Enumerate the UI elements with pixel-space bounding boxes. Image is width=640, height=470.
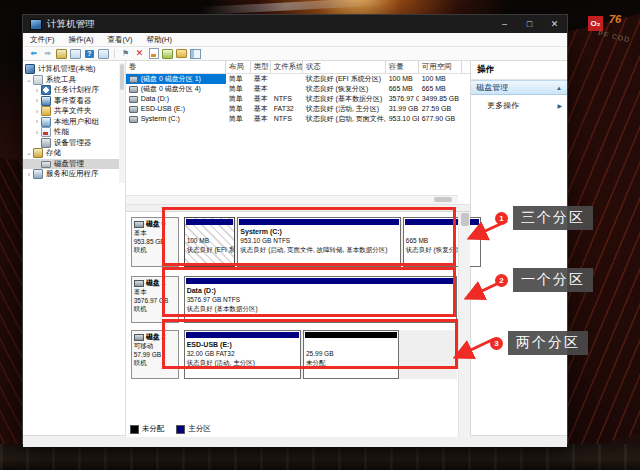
document-icon <box>149 48 159 59</box>
partition-data-d[interactable]: Data (D:) 3576.97 GB NTFS 状态良好 (基本数据分区) <box>184 276 457 323</box>
partition-title <box>185 227 235 236</box>
storage-icon <box>33 148 43 158</box>
partition-efi[interactable]: 100 MB 状态良好 (EFI 系统分区) <box>184 217 236 267</box>
partition-status: 状态良好 (启动, 页面文件, 故障转储, 基本数据分区) <box>238 245 399 254</box>
column-type[interactable]: 类型 <box>251 61 271 73</box>
partition-esd-usb[interactable]: ESD-USB (E:) 32.00 GB FAT32 状态良好 (活动, 主分… <box>184 330 301 379</box>
task-scheduler-icon <box>41 85 51 95</box>
delete-volume-icon[interactable]: ✕ <box>134 49 145 59</box>
table-row[interactable]: Systerm (C:) 简单 基本 NTFS 状态良好 (启动, 页面文件, … <box>126 114 471 124</box>
sidebar-item-label: 磁盘管理 <box>54 159 84 169</box>
table-row[interactable]: (磁盘 0 磁盘分区 1) 简单 基本 状态良好 (EFI 系统分区) 100 … <box>126 74 471 84</box>
close-button[interactable]: ✕ <box>542 15 567 33</box>
graphical-view-pane: 磁盘 0 基本 953.85 GB 联机 100 MB 状态良好 (EFI 系统… <box>126 212 471 437</box>
cell-layout: 简单 <box>226 104 251 114</box>
disk-0-label[interactable]: 磁盘 0 基本 953.85 GB 联机 <box>131 217 179 267</box>
partition-system-c[interactable]: Systerm (C:) 953.10 GB NTFS 状态良好 (启动, 页面… <box>237 217 400 267</box>
disk-type: 基本 <box>134 229 176 238</box>
mark-active-icon[interactable] <box>162 49 173 59</box>
properties-icon[interactable] <box>98 49 109 59</box>
column-free-space[interactable]: 可用空间 <box>419 61 462 73</box>
disk-2-label[interactable]: 磁盘 2 可移动 57.99 GB 联机 <box>131 330 179 379</box>
menu-view[interactable]: 查看(V) <box>101 33 140 46</box>
tree-scrollbar[interactable] <box>119 63 125 183</box>
chevron-right-icon[interactable]: › <box>33 108 41 115</box>
partition-size: 100 MB <box>185 236 235 245</box>
sidebar-item-performance[interactable]: › 性能 <box>23 127 125 138</box>
table-row[interactable]: ESD-USB (E:) 简单 基本 FAT32 状态良好 (活动, 主分区) … <box>126 104 471 114</box>
partition-title <box>304 340 398 349</box>
forward-icon[interactable]: ➡ <box>42 49 53 59</box>
chevron-right-icon[interactable]: › <box>33 87 41 94</box>
menu-action[interactable]: 操作(A) <box>62 33 101 46</box>
partition-unallocated[interactable]: 25.99 GB 未分配 <box>303 330 399 379</box>
collapse-icon[interactable]: ▲ <box>556 85 562 91</box>
sidebar-item-label: 性能 <box>54 127 69 137</box>
chevron-down-icon[interactable]: ⌄ <box>25 149 33 157</box>
partition-size: 3576.97 GB NTFS <box>185 295 456 304</box>
split-panel-icon <box>190 49 201 59</box>
sidebar-item-local-users[interactable]: › 本地用户和组 <box>23 117 125 128</box>
legend-label: 主分区 <box>188 424 211 434</box>
actions-section-disk-management[interactable]: 磁盘管理 ▲ <box>471 80 567 95</box>
table-row[interactable]: Data (D:) 简单 基本 NTFS 状态良好 (基本数据分区) 3576.… <box>126 94 471 104</box>
minimize-button[interactable]: – <box>492 15 517 33</box>
panel-toggle-icon[interactable] <box>190 49 201 59</box>
cell-status: 状态良好 (启动, 页面文件, 故障转储, 基本数据分区) <box>303 114 386 124</box>
disk-1-strip: Data (D:) 3576.97 GB NTFS 状态良好 (基本数据分区) <box>184 276 457 323</box>
chevron-right-icon[interactable]: › <box>25 171 33 178</box>
cell-capacity: 665 MB <box>386 84 419 94</box>
check-document-icon[interactable] <box>148 49 159 59</box>
sidebar-item-task-scheduler[interactable]: › 任务计划程序 <box>23 85 125 96</box>
chevron-right-icon[interactable]: › <box>33 129 41 136</box>
column-filesystem[interactable]: 文件系统 <box>271 61 303 73</box>
help-icon[interactable]: ? <box>84 49 95 59</box>
cell-status: 状态良好 (EFI 系统分区) <box>303 74 386 84</box>
scrollbar-thumb[interactable] <box>120 64 124 90</box>
sidebar-item-storage[interactable]: ⌄ 存储 <box>23 148 125 159</box>
maximize-button[interactable]: □ <box>517 15 542 33</box>
table-row[interactable]: (磁盘 0 磁盘分区 4) 简单 基本 状态良好 (恢复分区) 665 MB 6… <box>126 84 471 94</box>
column-status[interactable]: 状态 <box>303 61 386 73</box>
cell-capacity: 31.99 GB <box>386 104 419 114</box>
partition-size: 953.10 GB NTFS <box>238 236 399 245</box>
partition-title: ESD-USB (E:) <box>185 340 300 349</box>
chevron-right-icon[interactable]: › <box>33 118 41 125</box>
horizontal-scrollbar[interactable] <box>126 195 459 204</box>
chevron-down-icon[interactable]: ⌄ <box>25 76 33 84</box>
sidebar-item-shared-folders[interactable]: › 共享文件夹 <box>23 106 125 117</box>
computer-icon <box>25 64 35 74</box>
console-tree-toggle-icon[interactable] <box>56 49 67 59</box>
cell-free: 100 MB <box>419 74 462 84</box>
disk-management-icon <box>41 161 51 168</box>
scrollbar-thumb[interactable] <box>434 197 452 202</box>
show-window-icon[interactable] <box>70 49 81 59</box>
chevron-right-icon[interactable]: › <box>33 97 41 104</box>
more-actions-item[interactable]: 更多操作 ▶ <box>471 95 567 111</box>
flag-icon[interactable]: ⚑ <box>120 49 131 59</box>
menu-file[interactable]: 文件(F) <box>23 33 62 46</box>
titlebar[interactable]: 计算机管理 – □ ✕ <box>23 15 567 33</box>
scrollbar-thumb[interactable] <box>461 213 469 226</box>
sidebar-item-device-manager[interactable]: 设备管理器 <box>23 138 125 149</box>
volume-icon <box>129 106 138 113</box>
sidebar-item-event-viewer[interactable]: › 事件查看器 <box>23 96 125 107</box>
column-capacity[interactable]: 容量 <box>386 61 419 73</box>
column-volume[interactable]: 卷 <box>126 61 226 73</box>
section-label: 磁盘管理 <box>476 82 508 93</box>
window-title: 计算机管理 <box>47 18 95 31</box>
menu-help[interactable]: 帮助(H) <box>140 33 179 46</box>
pane-splitter[interactable] <box>126 204 471 212</box>
open-folder-icon[interactable] <box>176 49 187 59</box>
sidebar-item-system-tools[interactable]: ⌄ 系统工具 <box>23 75 125 86</box>
volume-name: ESD-USB (E:) <box>141 104 185 114</box>
partition-status: 状态良好 (活动, 主分区) <box>185 358 300 367</box>
sidebar-item-computer-management[interactable]: 计算机管理(本地) <box>23 64 125 75</box>
cell-capacity: 953.10 GB <box>386 114 419 124</box>
vertical-scrollbar[interactable] <box>458 212 470 437</box>
column-layout[interactable]: 布局 <box>226 61 251 73</box>
sidebar-item-disk-management[interactable]: 磁盘管理 <box>23 159 125 170</box>
sidebar-item-services[interactable]: › 服务和应用程序 <box>23 169 125 180</box>
back-icon[interactable]: ⬅ <box>28 49 39 59</box>
disk-1-label[interactable]: 磁盘 1 基本 3576.97 GB 联机 <box>131 276 179 323</box>
